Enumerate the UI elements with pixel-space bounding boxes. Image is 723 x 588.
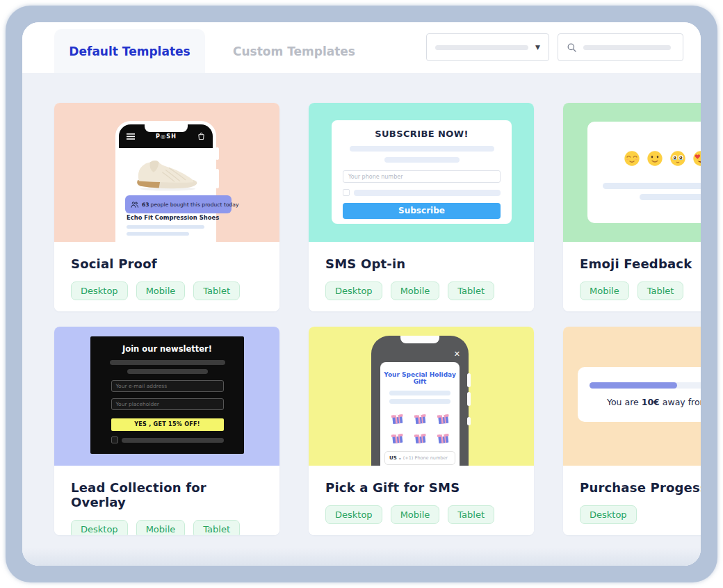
people-icon: [130, 200, 139, 209]
phone-number-field: Your phone number: [343, 170, 501, 183]
tag-mobile: Mobile: [136, 281, 186, 300]
badge-count: 63: [142, 202, 149, 208]
tab-default-templates[interactable]: Default Templates: [54, 29, 205, 73]
email-field: Your e-mail address: [111, 380, 224, 392]
phone-side-button: [216, 147, 219, 160]
country-code: US: [389, 455, 397, 461]
template-card-lead-collection[interactable]: Join our newsletter! Your e-mail address…: [54, 327, 279, 535]
social-proof-badge: 63 people bought this product today: [125, 195, 231, 213]
lead-collection-preview: Join our newsletter! Your e-mail address…: [54, 327, 279, 466]
tag-mobile: Mobile: [136, 520, 186, 535]
card-title: Emoji Feedback: [580, 256, 701, 271]
pleading-face-icon: [669, 150, 686, 167]
relieved-face-icon: [624, 150, 640, 167]
placeholder-field: Your placeholder: [111, 398, 224, 410]
gift-icon: [412, 430, 428, 446]
tab-custom-templates[interactable]: Custom Templates: [219, 29, 369, 73]
gift-icon: [434, 410, 450, 426]
gift-heading: Your Special Holiday Gift: [380, 371, 460, 385]
skeleton-line: [603, 183, 701, 189]
progress-bar-track: [590, 382, 701, 389]
modal-heading: Join our newsletter!: [90, 344, 244, 354]
skeleton-line: [389, 391, 450, 395]
skeleton-line: [122, 438, 224, 443]
skeleton-line: [127, 369, 208, 374]
sneaker-product-image: [130, 158, 202, 191]
skeleton-line: [110, 360, 225, 365]
skeleton-line: [127, 225, 204, 229]
card-title: Pick a Gift for SMS: [325, 480, 517, 495]
phone-side-button: [216, 169, 219, 188]
skeleton-line: [389, 399, 450, 404]
chevron-down-icon: ▾: [399, 456, 401, 461]
social-proof-preview: P◎SH: [54, 103, 279, 242]
template-card-sms-opt-in[interactable]: SUBSCRIBE NOW! Your phone number Subscri…: [309, 103, 534, 311]
subscribe-modal: SUBSCRIBE NOW! Your phone number Subscri…: [332, 120, 512, 224]
tag-mobile: Mobile: [580, 281, 629, 300]
templates-page: Default Templates Custom Templates ▼: [22, 22, 701, 566]
skeleton-line: [127, 232, 189, 236]
subscribe-button: Subscribe: [343, 203, 501, 219]
card-title: Purchase Progess: [580, 480, 701, 495]
tag-desktop: Desktop: [325, 281, 382, 300]
window-frame: Default Templates Custom Templates ▼: [6, 6, 717, 582]
caret-down-icon: ▼: [535, 44, 540, 51]
pick-a-gift-preview: ✕ Your Special Holiday Gift: [309, 327, 534, 466]
template-card-social-proof[interactable]: P◎SH: [54, 103, 279, 311]
filter-dropdown[interactable]: ▼: [426, 33, 549, 61]
progress-bar-fill: [590, 382, 677, 389]
phone-placeholder: (+1) Phone number: [403, 455, 448, 461]
tag-tablet: Tablet: [193, 520, 240, 535]
skeleton-line: [384, 157, 460, 163]
template-card-emoji-feedback[interactable]: Emoji Feedback Mobile Tablet: [563, 103, 701, 311]
phone-side-button: [467, 417, 471, 425]
template-card-pick-a-gift[interactable]: ✕ Your Special Holiday Gift: [309, 327, 534, 535]
tag-desktop: Desktop: [580, 505, 637, 524]
tab-default-templates-label: Default Templates: [69, 44, 190, 58]
tag-mobile: Mobile: [391, 505, 440, 524]
dropdown-placeholder-bar: [435, 45, 528, 50]
slightly-smiling-face-icon: [647, 150, 663, 167]
tag-tablet: Tablet: [448, 505, 494, 524]
gift-icon: [434, 430, 450, 446]
progress-text: You are 10€ away from FRE: [590, 397, 701, 407]
tag-desktop: Desktop: [71, 520, 128, 535]
consent-checkbox: [343, 189, 350, 196]
product-name: Echo Fit Compression Shoes: [127, 214, 219, 221]
phone-side-button: [467, 373, 471, 387]
heart-eyes-face-icon: [692, 150, 701, 167]
app-logo: P◎SH: [156, 133, 177, 140]
phone-side-button: [467, 392, 471, 406]
templates-grid: P◎SH: [22, 73, 701, 566]
hamburger-menu-icon: [127, 133, 135, 140]
phone-mockup: ✕ Your Special Holiday Gift: [371, 336, 469, 466]
search-placeholder-bar: [583, 45, 671, 50]
card-title: Lead Collection for Overlay: [71, 480, 263, 509]
card-title: SMS Opt-in: [325, 256, 517, 271]
emoji-modal: [587, 122, 701, 223]
shopping-bag-icon: [197, 132, 205, 140]
consent-checkbox: [111, 436, 118, 443]
gift-icon: [389, 410, 405, 426]
card-title: Social Proof: [71, 256, 263, 271]
skeleton-line: [350, 146, 494, 152]
tag-mobile: Mobile: [391, 281, 440, 300]
close-icon: ✕: [454, 350, 460, 359]
emoji-feedback-preview: [563, 103, 701, 242]
tag-tablet: Tablet: [193, 281, 240, 300]
template-card-purchase-progress[interactable]: You are 10€ away from FRE Purchase Proge…: [563, 327, 701, 535]
header: Default Templates Custom Templates ▼: [22, 22, 701, 73]
tag-tablet: Tablet: [448, 281, 494, 300]
skeleton-line: [640, 194, 701, 200]
search-icon: [567, 42, 577, 53]
tag-tablet: Tablet: [637, 281, 684, 300]
badge-text: people bought this product today: [151, 202, 239, 208]
offer-button: YES , GET 15% OFF!: [111, 418, 224, 431]
modal-heading: SUBSCRIBE NOW!: [343, 129, 501, 139]
sms-opt-in-preview: SUBSCRIBE NOW! Your phone number Subscri…: [309, 103, 534, 242]
progress-widget: You are 10€ away from FRE: [578, 367, 701, 422]
gift-grid: [380, 411, 460, 445]
phone-number-field: US ▾ (+1) Phone number: [384, 451, 455, 465]
phone-mockup: P◎SH: [115, 121, 216, 242]
search-input[interactable]: [558, 33, 683, 61]
